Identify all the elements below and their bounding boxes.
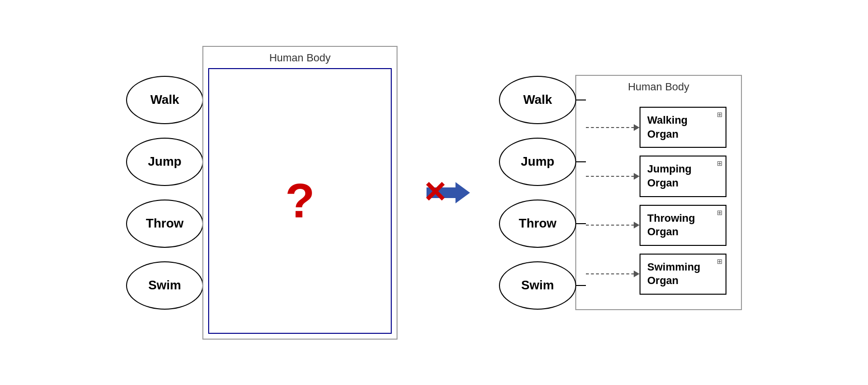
organ-row-jump: ⊞ Jumping Organ bbox=[586, 156, 726, 197]
right-oval-throw-label: Throw bbox=[519, 216, 556, 231]
main-container: Walk Jump Throw Swim Human Body ? bbox=[24, 46, 845, 340]
dashed-line-walk bbox=[586, 124, 640, 131]
dashed-line-shaft-swim bbox=[586, 273, 634, 274]
dashed-arrow-jump bbox=[634, 173, 640, 180]
left-oval-walk-label: Walk bbox=[150, 92, 179, 107]
organ-box-swim: ⊞ Swimming Organ bbox=[640, 254, 726, 295]
red-x-icon: ✕ bbox=[423, 178, 447, 207]
dashed-line-shaft-jump bbox=[586, 176, 634, 177]
organ-label-walk: Walking Organ bbox=[647, 114, 719, 141]
organ-label-throw: Throwing Organ bbox=[647, 212, 719, 239]
dashed-line-throw bbox=[586, 222, 640, 228]
dashed-arrow-swim bbox=[634, 271, 640, 277]
dashed-arrow-throw bbox=[634, 222, 640, 228]
right-oval-throw: Throw bbox=[499, 200, 576, 248]
organ-row-swim: ⊞ Swimming Organ bbox=[586, 254, 726, 295]
organ-box-jump: ⊞ Jumping Organ bbox=[640, 156, 726, 197]
right-oval-walk-label: Walk bbox=[523, 92, 552, 107]
organ-row-throw: ⊞ Throwing Organ bbox=[586, 205, 726, 246]
right-oval-swim: Swim bbox=[499, 261, 576, 310]
cross-arrow-symbol: ✕ bbox=[427, 178, 470, 207]
right-oval-walk: Walk bbox=[499, 76, 576, 124]
left-oval-walk: Walk bbox=[126, 76, 203, 124]
left-diagram-title: Human Body bbox=[208, 52, 392, 64]
x-over-arrow: ✕ bbox=[427, 182, 470, 203]
right-connector-walk bbox=[576, 100, 586, 100]
right-inner-content: ⊞ Walking Organ ⊞ Jumping Organ bbox=[581, 97, 736, 304]
dashed-arrow-walk bbox=[634, 124, 640, 131]
organ-box-walk: ⊞ Walking Organ bbox=[640, 107, 726, 148]
right-diagram: Walk Jump Throw Swim Human Body bbox=[499, 75, 742, 310]
left-diagram: Walk Jump Throw Swim Human Body ? bbox=[126, 46, 398, 340]
right-connector-jump bbox=[576, 161, 586, 162]
organ-icon-swim: ⊞ bbox=[717, 257, 723, 265]
left-oval-swim-label: Swim bbox=[148, 278, 181, 293]
dashed-line-jump bbox=[586, 173, 640, 180]
right-connector-throw bbox=[576, 223, 586, 224]
organ-label-swim: Swimming Organ bbox=[647, 260, 719, 288]
dashed-line-swim bbox=[586, 271, 640, 277]
dashed-line-shaft-walk bbox=[586, 127, 634, 128]
right-outer-box: Human Body ⊞ Walking Organ bbox=[575, 75, 742, 310]
left-outer-box: Human Body ? bbox=[202, 46, 398, 340]
right-oval-swim-label: Swim bbox=[521, 278, 554, 293]
right-oval-jump-label: Jump bbox=[521, 154, 554, 169]
right-diagram-title: Human Body bbox=[581, 81, 736, 93]
right-oval-jump: Jump bbox=[499, 138, 576, 186]
left-oval-throw: Throw bbox=[126, 200, 203, 248]
organ-row-walk: ⊞ Walking Organ bbox=[586, 107, 726, 148]
organ-icon-throw: ⊞ bbox=[717, 209, 723, 216]
left-inner-box: ? bbox=[208, 68, 392, 334]
organ-label-jump: Jumping Organ bbox=[647, 162, 719, 190]
left-oval-jump: Jump bbox=[126, 138, 203, 186]
left-ovals: Walk Jump Throw Swim bbox=[126, 76, 203, 310]
organ-icon-walk: ⊞ bbox=[717, 111, 723, 118]
right-ovals: Walk Jump Throw Swim bbox=[499, 76, 576, 310]
right-connector-swim bbox=[576, 285, 586, 286]
organ-icon-jump: ⊞ bbox=[717, 159, 723, 167]
left-oval-throw-label: Throw bbox=[146, 216, 184, 231]
left-oval-swim: Swim bbox=[126, 261, 203, 310]
left-oval-jump-label: Jump bbox=[148, 154, 181, 169]
arrow-head bbox=[455, 182, 470, 203]
organ-box-throw: ⊞ Throwing Organ bbox=[640, 205, 726, 246]
left-box-wrapper: Human Body ? bbox=[202, 46, 398, 340]
dashed-line-shaft-throw bbox=[586, 225, 634, 226]
question-mark: ? bbox=[285, 173, 314, 228]
